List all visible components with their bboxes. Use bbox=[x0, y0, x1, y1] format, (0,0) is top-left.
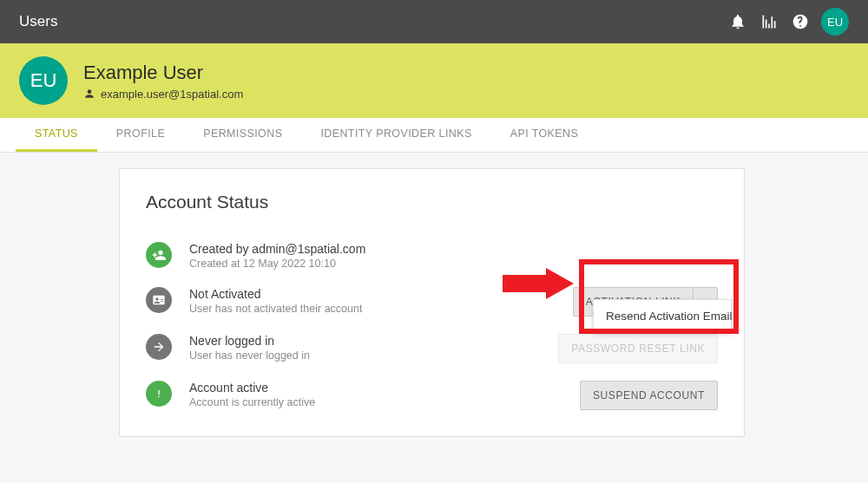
user-name: Example User bbox=[83, 62, 243, 84]
tab-permissions[interactable]: PERMISSIONS bbox=[184, 118, 301, 152]
status-subtitle: User has not activated their account bbox=[189, 303, 556, 315]
suspend-actions: SUSPEND ACCOUNT bbox=[580, 381, 718, 410]
status-title: Not Activated bbox=[189, 287, 556, 301]
add-user-icon bbox=[146, 242, 172, 268]
help-icon[interactable] bbox=[785, 6, 816, 37]
dropdown-item-resend-activation[interactable]: Resend Activation Email bbox=[594, 300, 731, 332]
arrow-right-icon bbox=[146, 334, 172, 360]
tab-api-tokens[interactable]: API TOKENS bbox=[491, 118, 598, 152]
suspend-account-button[interactable]: SUSPEND ACCOUNT bbox=[580, 381, 718, 410]
tab-identity-provider-links[interactable]: IDENTITY PROVIDER LINKS bbox=[301, 118, 490, 152]
status-row-created: Created by admin@1spatial.com Created at… bbox=[146, 233, 718, 278]
user-banner: EU Example User example.user@1spatial.co… bbox=[0, 43, 868, 118]
tab-bar: STATUS PROFILE PERMISSIONS IDENTITY PROV… bbox=[0, 118, 868, 153]
password-reset-actions: PASSWORD RESET LINK bbox=[558, 334, 718, 363]
status-text: Created by admin@1spatial.com Created at… bbox=[189, 242, 718, 270]
password-reset-button[interactable]: PASSWORD RESET LINK bbox=[558, 334, 718, 363]
status-title: Account active bbox=[189, 381, 562, 395]
user-email: example.user@1spatial.com bbox=[101, 88, 243, 101]
status-title: Created by admin@1spatial.com bbox=[189, 242, 718, 256]
user-email-row: example.user@1spatial.com bbox=[83, 88, 243, 101]
status-subtitle: User has never logged in bbox=[189, 349, 541, 362]
status-title: Never logged in bbox=[189, 334, 541, 348]
topbar: Users EU bbox=[0, 0, 868, 43]
tab-profile[interactable]: PROFILE bbox=[97, 118, 184, 152]
exclamation-icon bbox=[146, 381, 172, 407]
status-text: Not Activated User has not activated the… bbox=[189, 287, 556, 315]
account-status-card: Account Status Created by admin@1spatial… bbox=[119, 168, 745, 437]
user-avatar-small[interactable]: EU bbox=[821, 8, 849, 36]
status-subtitle: Created at 12 May 2022 10:10 bbox=[189, 258, 718, 270]
id-card-icon bbox=[146, 287, 172, 313]
person-icon bbox=[83, 88, 95, 100]
status-text: Never logged in User has never logged in bbox=[189, 334, 541, 362]
status-subtitle: Account is currently active bbox=[189, 396, 562, 408]
chart-icon[interactable] bbox=[753, 6, 785, 37]
activation-link-dropdown: Resend Activation Email bbox=[593, 299, 732, 333]
section-heading: Account Status bbox=[146, 192, 718, 212]
user-avatar-large: EU bbox=[19, 56, 68, 105]
status-row-active: Account active Account is currently acti… bbox=[146, 372, 718, 419]
user-identity: Example User example.user@1spatial.com bbox=[83, 62, 243, 101]
page-body: Account Status Created by admin@1spatial… bbox=[0, 153, 868, 453]
page-title: Users bbox=[19, 13, 57, 30]
bell-icon[interactable] bbox=[722, 6, 753, 37]
status-text: Account active Account is currently acti… bbox=[189, 381, 562, 408]
tab-status[interactable]: STATUS bbox=[16, 118, 97, 152]
